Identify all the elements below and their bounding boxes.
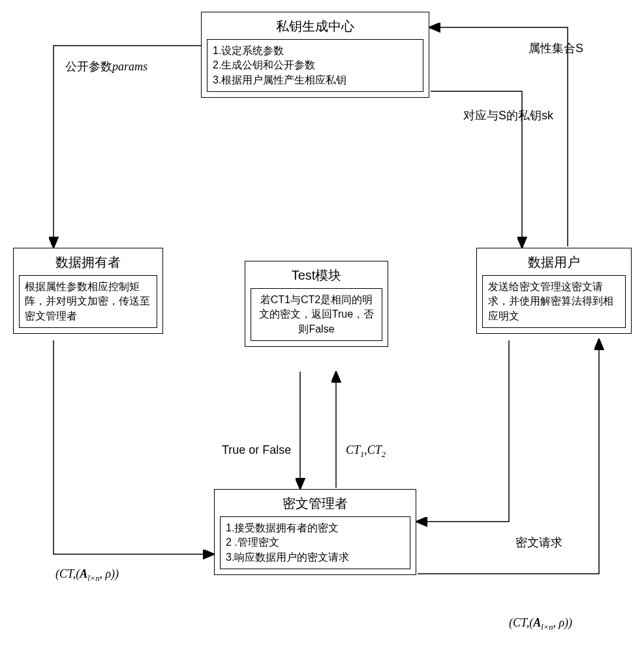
test-module-title: Test模块 bbox=[251, 267, 382, 284]
label-attr-set: 属性集合S bbox=[529, 40, 583, 56]
ct-manager-item2: 2 .管理密文 bbox=[226, 535, 405, 550]
data-user-box: 数据用户 发送给密文管理这密文请求，并使用解密算法得到相应明文 bbox=[476, 248, 632, 334]
pkg-center-body: 1.设定系统参数 2.生成公钥和公开参数 3.根据用户属性产生相应私钥 bbox=[207, 39, 423, 92]
label-sk-line: 对应与S的私钥sk bbox=[463, 108, 553, 123]
test-module-box: Test模块 若CT1与CT2是相同的明文的密文，返回True，否则False bbox=[245, 261, 388, 347]
pkg-center-item3: 3.根据用户属性产生相应私钥 bbox=[213, 73, 418, 87]
data-owner-title: 数据拥有者 bbox=[19, 254, 157, 271]
ct-manager-item3: 3.响应数据用户的密文请求 bbox=[226, 550, 405, 565]
data-user-body: 发送给密文管理这密文请求，并使用解密算法得到相应明文 bbox=[482, 275, 626, 328]
label-ct12: CT1,CT2 bbox=[346, 443, 386, 460]
label-true-false: True or False bbox=[222, 443, 291, 457]
pkg-center-item2: 2.生成公钥和公开参数 bbox=[213, 58, 418, 72]
label-ct-left: (CT,(Al×n, ρ)) bbox=[55, 567, 119, 584]
ct-manager-title: 密文管理者 bbox=[220, 495, 410, 512]
label-params: 公开参数params bbox=[65, 59, 147, 74]
data-owner-body: 根据属性参数相应控制矩阵，并对明文加密，传送至密文管理者 bbox=[19, 275, 157, 328]
label-ct-right: (CT,(Al×n, ρ)) bbox=[509, 616, 572, 632]
ct-manager-box: 密文管理者 1.接受数据拥有者的密文 2 .管理密文 3.响应数据用户的密文请求 bbox=[214, 489, 416, 575]
data-user-title: 数据用户 bbox=[482, 254, 626, 271]
ct-manager-item1: 1.接受数据拥有者的密文 bbox=[226, 521, 405, 535]
data-owner-box: 数据拥有者 根据属性参数相应控制矩阵，并对明文加密，传送至密文管理者 bbox=[13, 248, 163, 334]
ct-manager-body: 1.接受数据拥有者的密文 2 .管理密文 3.响应数据用户的密文请求 bbox=[220, 516, 410, 569]
pkg-center-item1: 1.设定系统参数 bbox=[213, 44, 418, 58]
test-module-body: 若CT1与CT2是相同的明文的密文，返回True，否则False bbox=[251, 288, 382, 341]
label-ct-request: 密文请求 bbox=[515, 535, 562, 550]
pkg-center-box: 私钥生成中心 1.设定系统参数 2.生成公钥和公开参数 3.根据用户属性产生相应… bbox=[201, 12, 429, 98]
pkg-center-title: 私钥生成中心 bbox=[207, 18, 423, 35]
